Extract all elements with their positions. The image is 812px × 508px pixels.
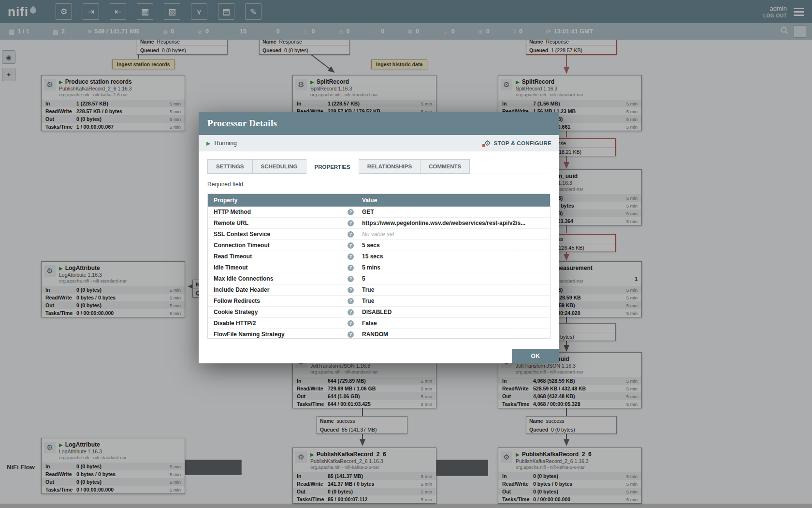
stop-configure-icon: ⚙ — [484, 139, 491, 148]
column-value: Value — [358, 197, 550, 204]
dialog-title: Processor Details — [207, 118, 277, 129]
help-icon[interactable]: ? — [348, 242, 354, 249]
property-row: Include Date Header?True — [208, 284, 550, 296]
property-value: 5 — [358, 275, 550, 282]
stop-configure-button[interactable]: ⚙ STOP & CONFIGURE — [484, 139, 551, 148]
property-row: Follow Redirects?True — [208, 296, 550, 307]
help-icon[interactable]: ? — [348, 209, 354, 215]
property-name: FlowFile Naming Strategy — [214, 331, 285, 338]
property-value: 15 secs — [358, 253, 550, 260]
property-row: Cookie Strategy?DISABLED — [208, 307, 550, 318]
property-row: HTTP Method?GET — [208, 207, 550, 218]
dialog-body: SETTINGSSCHEDULINGPROPERTIESRELATIONSHIP… — [199, 151, 559, 339]
tab-scheduling[interactable]: SCHEDULING — [252, 159, 306, 174]
property-name: SSL Context Service — [214, 231, 270, 238]
tab-relationships[interactable]: RELATIONSHIPS — [359, 159, 420, 174]
dialog-header: Processor Details — [199, 112, 559, 135]
property-value: GET — [358, 209, 550, 215]
property-row: Read Timeout?15 secs — [208, 251, 550, 262]
property-row: FlowFile Naming Strategy?RANDOM — [208, 329, 550, 339]
running-status-icon: ▶ — [206, 140, 210, 147]
table-column-divider — [513, 207, 513, 338]
help-icon[interactable]: ? — [348, 254, 354, 260]
help-icon[interactable]: ? — [348, 276, 354, 282]
tab-settings[interactable]: SETTINGS — [207, 159, 252, 174]
property-row: Max Idle Connections?5 — [208, 273, 550, 284]
help-icon[interactable]: ? — [348, 331, 354, 338]
property-name: Follow Redirects — [214, 298, 260, 304]
property-row: Connection Timeout?5 secs — [208, 240, 550, 251]
property-value: False — [358, 320, 550, 327]
required-field-note: Required field — [207, 181, 551, 188]
tab-properties[interactable]: PROPERTIES — [306, 159, 359, 174]
ok-button[interactable]: OK — [512, 349, 559, 363]
property-value: True — [358, 286, 550, 293]
property-value: No value set — [358, 231, 550, 238]
properties-table: Property Value HTTP Method?GETRemote URL… — [207, 194, 551, 339]
property-name: Disable HTTP/2 — [214, 320, 256, 327]
help-icon[interactable]: ? — [348, 309, 354, 315]
properties-rows: HTTP Method?GETRemote URL?https://www.pe… — [208, 207, 550, 339]
property-row: Remote URL?https://www.pegelonline.wsv.d… — [208, 218, 550, 229]
property-name: Cookie Strategy — [214, 309, 258, 315]
property-value: 5 mins — [358, 264, 550, 271]
property-name: Read Timeout — [214, 253, 252, 260]
help-icon[interactable]: ? — [348, 298, 354, 304]
property-value: True — [358, 298, 550, 304]
property-row: Idle Timeout?5 mins — [208, 262, 550, 273]
stop-configure-label: STOP & CONFIGURE — [494, 140, 551, 146]
property-value: DISABLED — [358, 309, 550, 315]
dialog-tabs: SETTINGSSCHEDULINGPROPERTIESRELATIONSHIP… — [207, 157, 551, 174]
tab-comments[interactable]: COMMENTS — [420, 159, 470, 174]
property-row: SSL Context Service?No value set — [208, 229, 550, 240]
property-name: Connection Timeout — [214, 242, 270, 249]
help-icon[interactable]: ? — [348, 320, 354, 327]
nifi-app: ◉✦ NiFi Flow Ingest station recordsInges… — [0, 0, 812, 508]
help-icon[interactable]: ? — [348, 265, 354, 271]
properties-table-header: Property Value — [208, 194, 550, 207]
property-value: RANDOM — [358, 331, 550, 338]
property-row: Disable HTTP/2?False — [208, 318, 550, 329]
property-value: 5 secs — [358, 242, 550, 249]
property-value: https://www.pegelonline.wsv.de/webservic… — [358, 220, 550, 226]
property-name: Include Date Header — [214, 286, 269, 293]
property-name: HTTP Method — [214, 209, 251, 215]
help-icon[interactable]: ? — [348, 231, 354, 238]
help-icon[interactable]: ? — [348, 220, 354, 226]
property-name: Remote URL — [214, 220, 248, 226]
processor-details-dialog: Processor Details ▶ Running ⚙ STOP & CON… — [199, 112, 559, 363]
column-property: Property — [208, 197, 358, 204]
property-name: Max Idle Connections — [214, 275, 273, 282]
property-name: Idle Timeout — [214, 264, 247, 271]
run-status-label: Running — [214, 140, 237, 147]
help-icon[interactable]: ? — [348, 287, 354, 293]
dialog-status-row: ▶ Running ⚙ STOP & CONFIGURE — [199, 135, 559, 151]
